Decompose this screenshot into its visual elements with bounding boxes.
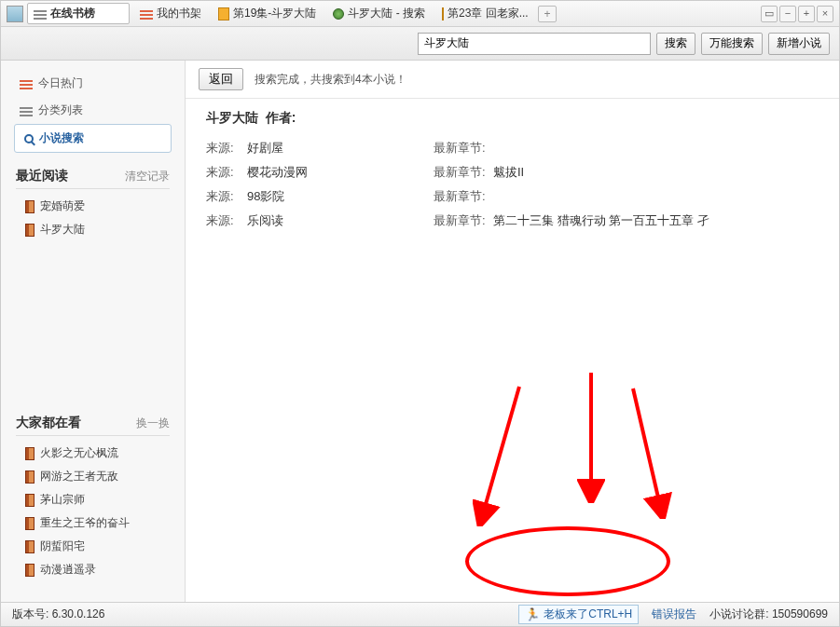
sidebar-item-label: 今日热门 bbox=[38, 75, 83, 91]
result-summary: 搜索完成，共搜索到4本小说！ bbox=[255, 72, 406, 88]
result-body: 斗罗大陆 作者: 来源: 好剧屋 最新章节: 来源: 樱花动漫网 最新章节: 魃… bbox=[186, 99, 839, 244]
list-item-label: 重生之王爷的奋斗 bbox=[40, 515, 130, 531]
tab-chapter-19[interactable]: 第19集-斗罗大陆 bbox=[212, 3, 323, 24]
annotation-arrow-1 bbox=[473, 377, 529, 526]
chapter-value: 第二十三集 猎魂行动 第一百五十五章 孑 bbox=[493, 212, 819, 229]
book-icon bbox=[25, 517, 34, 530]
user-avatar[interactable] bbox=[7, 6, 23, 22]
book-icon bbox=[25, 224, 34, 237]
content-header: 返回 搜索完成，共搜索到4本小说！ bbox=[186, 61, 839, 99]
book-icon bbox=[25, 470, 34, 484]
maximize-button[interactable]: + bbox=[798, 6, 815, 22]
back-button[interactable]: 返回 bbox=[199, 68, 243, 90]
book-icon bbox=[25, 200, 34, 213]
list-item-label: 宠婚萌爱 bbox=[40, 198, 85, 214]
search-toolbar: 搜索 万能搜索 新增小说 bbox=[1, 27, 839, 61]
everyone-list-item[interactable]: 茅山宗师 bbox=[16, 488, 170, 511]
result-title: 斗罗大陆 作者: bbox=[206, 110, 819, 127]
globe-icon bbox=[333, 8, 344, 20]
source-value: 樱花动漫网 bbox=[247, 164, 434, 181]
everyone-list-item[interactable]: 重生之王爷的奋斗 bbox=[16, 511, 170, 535]
source-label: 来源: bbox=[206, 212, 247, 229]
recent-list-item[interactable]: 宠婚萌爱 bbox=[16, 195, 170, 218]
book-icon bbox=[25, 564, 34, 577]
list-icon bbox=[34, 8, 47, 20]
tab-online-ranking[interactable]: 在线书榜 bbox=[27, 3, 130, 24]
everyone-title: 大家都在看 bbox=[16, 415, 81, 431]
discussion-group: 小说讨论群: 150590699 bbox=[709, 607, 828, 622]
everyone-section: 大家都在看 换一换 火影之无心枫流 网游之王者无敌 茅山宗师 重生之王爷的奋斗 … bbox=[1, 415, 185, 581]
book-icon bbox=[25, 540, 34, 553]
sidebar-item-label: 小说搜索 bbox=[39, 130, 84, 146]
list-item-label: 动漫逍遥录 bbox=[40, 562, 96, 578]
close-button[interactable]: × bbox=[817, 6, 833, 22]
list-item-label: 斗罗大陆 bbox=[40, 222, 85, 238]
everyone-list-item[interactable]: 动漫逍遥录 bbox=[16, 558, 170, 581]
sidebar-item-search[interactable]: 小说搜索 bbox=[14, 124, 172, 153]
tab-add-button[interactable]: + bbox=[538, 6, 557, 22]
recent-title: 最近阅读 bbox=[16, 168, 68, 184]
annotation-arrow-3 bbox=[624, 379, 680, 519]
tab-my-shelf[interactable]: 我的书架 bbox=[133, 3, 208, 24]
window-controls: ▭ − + × bbox=[761, 6, 833, 22]
source-label: 来源: bbox=[206, 140, 247, 157]
source-value: 好剧屋 bbox=[247, 140, 434, 157]
recent-list-item[interactable]: 斗罗大陆 bbox=[16, 218, 170, 241]
result-title-name: 斗罗大陆 bbox=[206, 110, 258, 125]
result-row[interactable]: 来源: 乐阅读 最新章节: 第二十三集 猎魂行动 第一百五十五章 孑 bbox=[206, 209, 819, 233]
chapter-label: 最新章节: bbox=[434, 212, 493, 229]
tray-button[interactable]: ▭ bbox=[761, 6, 778, 22]
result-row[interactable]: 来源: 98影院 最新章节: bbox=[206, 184, 819, 209]
tab-label: 在线书榜 bbox=[50, 6, 95, 21]
list-item-label: 网游之王者无敌 bbox=[40, 469, 118, 484]
source-value: 乐阅读 bbox=[247, 212, 434, 229]
source-label: 来源: bbox=[206, 188, 247, 205]
search-icon bbox=[24, 134, 34, 143]
everyone-list-item[interactable]: 火影之无心枫流 bbox=[16, 442, 170, 465]
search-button[interactable]: 搜索 bbox=[656, 33, 695, 55]
chapter-value bbox=[493, 140, 819, 157]
sidebar-item-category[interactable]: 分类列表 bbox=[1, 97, 185, 124]
title-bar: 在线书榜 我的书架 第19集-斗罗大陆 斗罗大陆 - 搜索 第23章 回老家..… bbox=[1, 1, 839, 27]
chapter-label: 最新章节: bbox=[434, 164, 493, 181]
sidebar: 今日热门 分类列表 小说搜索 最近阅读 清空记录 宠婚萌爱 斗罗大陆 大家都在看… bbox=[1, 61, 186, 602]
tab-label: 第19集-斗罗大陆 bbox=[233, 6, 316, 21]
everyone-list-item[interactable]: 网游之王者无敌 bbox=[16, 465, 170, 488]
sidebar-item-hot[interactable]: 今日热门 bbox=[1, 70, 185, 97]
document-icon bbox=[218, 7, 229, 20]
clear-history-link[interactable]: 清空记录 bbox=[125, 169, 170, 184]
source-label: 来源: bbox=[206, 164, 247, 181]
category-icon bbox=[20, 105, 33, 116]
power-search-button[interactable]: 万能搜索 bbox=[701, 33, 763, 55]
svg-line-0 bbox=[482, 387, 519, 517]
tab-label: 我的书架 bbox=[157, 6, 201, 21]
svg-line-2 bbox=[633, 388, 661, 510]
bug-report-link[interactable]: 错误报告 bbox=[652, 607, 696, 622]
tab-chapter-23[interactable]: 第23章 回老家... bbox=[435, 3, 534, 24]
boss-key-label: 老板来了CTRL+H bbox=[544, 607, 632, 622]
search-input[interactable] bbox=[418, 33, 651, 55]
list-item-label: 火影之无心枫流 bbox=[40, 445, 118, 461]
recent-section: 最近阅读 清空记录 宠婚萌爱 斗罗大陆 bbox=[1, 168, 185, 241]
result-row[interactable]: 来源: 好剧屋 最新章节: bbox=[206, 136, 819, 160]
refresh-link[interactable]: 换一换 bbox=[136, 416, 170, 431]
status-bar: 版本号: 6.30.0.126 🏃 老板来了CTRL+H 错误报告 小说讨论群:… bbox=[1, 602, 839, 626]
everyone-list-item[interactable]: 阴蜇阳宅 bbox=[16, 535, 170, 558]
result-row[interactable]: 来源: 樱花动漫网 最新章节: 魃拔II bbox=[206, 160, 819, 184]
chapter-value bbox=[493, 188, 819, 205]
boss-key-button[interactable]: 🏃 老板来了CTRL+H bbox=[518, 605, 639, 624]
add-novel-button[interactable]: 新增小说 bbox=[768, 33, 830, 55]
tab-label: 斗罗大陆 - 搜索 bbox=[348, 6, 425, 21]
list-item-label: 茅山宗师 bbox=[40, 492, 85, 508]
minimize-button[interactable]: − bbox=[779, 6, 796, 22]
chapter-label: 最新章节: bbox=[434, 188, 493, 205]
book-icon bbox=[25, 447, 34, 460]
chapter-value: 魃拔II bbox=[493, 164, 819, 181]
list-item-label: 阴蜇阳宅 bbox=[40, 538, 85, 554]
chapter-label: 最新章节: bbox=[434, 140, 493, 157]
annotation-circle bbox=[465, 526, 670, 596]
sidebar-item-label: 分类列表 bbox=[38, 102, 83, 118]
document-icon bbox=[442, 7, 444, 20]
tab-search-douluo[interactable]: 斗罗大陆 - 搜索 bbox=[326, 3, 432, 24]
tab-label: 第23章 回老家... bbox=[448, 6, 529, 21]
